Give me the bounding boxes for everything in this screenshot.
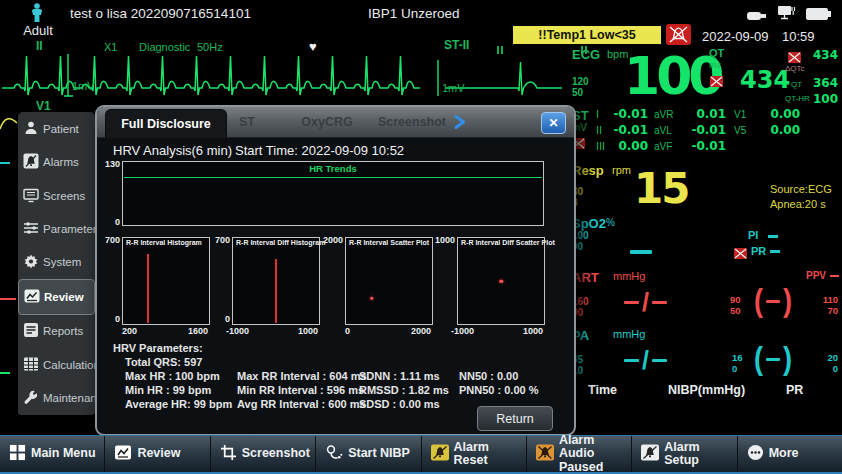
axis-label: 1000 — [282, 326, 318, 336]
alarm-reset-button[interactable]: Alarm Reset — [422, 436, 527, 472]
st-value: -0.01 — [686, 123, 726, 137]
review-icon — [114, 444, 132, 464]
sidebar-item-calculations[interactable]: Calculations — [18, 348, 95, 381]
axis-label: 700 — [207, 235, 230, 245]
patient-monitor-screen: Adult test o lisa 2022090716514101 IBP1 … — [0, 0, 842, 474]
sidebar-item-maintenance[interactable]: Maintenance — [18, 382, 95, 415]
prompt-message: IBP1 Unzeroed — [368, 6, 460, 21]
network-display-icon — [777, 5, 796, 26]
rr-interval-diff-histogram: R-R Interval Diff Histogram — [232, 237, 320, 325]
rr-interval-scatter-plot: R-R Interval Scatter Plot — [345, 237, 433, 325]
axis-label: 1000 — [425, 235, 455, 245]
sidebar-item-patient[interactable]: Patient — [18, 112, 95, 145]
tab-full-disclosure[interactable]: Full Disclosure — [105, 109, 227, 138]
hrv-param: Min RR Interval : 596 ms — [237, 384, 364, 396]
pa-mean-value: () — [754, 346, 792, 373]
sidebar-item-system[interactable]: System — [18, 246, 95, 279]
axis-label: 0 — [97, 314, 120, 324]
st-lead: V5 — [734, 125, 746, 136]
tab-st[interactable]: ST — [222, 107, 272, 137]
ecg-label: ECG — [572, 47, 600, 62]
art-dia-high: 90 — [730, 294, 741, 305]
button-label: Alarm Reset — [454, 441, 526, 467]
rr-interval-diff-scatter-plot: R-R Interval Diff Scatter Plot — [457, 237, 545, 325]
sidebar-item-parameters[interactable]: Parameters — [18, 212, 95, 245]
qt-side-value-3: 100 — [808, 92, 838, 106]
chart-title: R-R Interval Scatter Plot — [349, 239, 429, 246]
st-lead-label: ST-II — [444, 38, 469, 52]
reports-icon — [23, 322, 39, 340]
hr-trends-ymin: 0 — [99, 217, 120, 227]
sidebar-item-alarms[interactable]: Alarms — [18, 145, 95, 178]
ppv-value-dash — [830, 275, 839, 277]
spo2-unit: % — [606, 217, 615, 228]
tab-oxycrg[interactable]: OxyCRG — [287, 107, 367, 137]
spo2-value-dash — [630, 250, 652, 254]
tab-screenshot[interactable]: Screenshot — [369, 107, 455, 137]
axis-label: -1000 — [226, 326, 249, 336]
spo2-wave-stub — [0, 162, 10, 164]
hrv-param: Min HR : 99 bpm — [125, 384, 211, 396]
st-value: 0.00 — [760, 107, 800, 121]
axis-label: 2000 — [395, 326, 431, 336]
hr-trends-chart: HR Trends — [122, 161, 544, 226]
sidebar-item-screens[interactable]: Screens — [18, 179, 95, 212]
st-lead: III — [596, 140, 605, 152]
alarm-setup-button[interactable]: Alarm Setup — [632, 436, 737, 472]
dialog-start-time: Start Time: 2022-09-09 10:52 — [235, 143, 404, 158]
parameters-icon — [23, 220, 39, 238]
main-menu-button[interactable]: Main Menu — [0, 436, 105, 472]
st-value: 0.01 — [686, 107, 726, 121]
calculations-icon — [23, 356, 39, 374]
review-button[interactable]: Review — [105, 436, 210, 472]
button-label: Alarm Setup — [664, 441, 736, 467]
qt-unit: ms — [709, 60, 721, 70]
screenshot-button[interactable]: Screenshot — [211, 436, 316, 472]
hrv-parameters-heading: HRV Parameters: — [113, 342, 203, 354]
button-label: Alarm Audio Paused — [559, 434, 629, 473]
pr-alarm-off-icon — [734, 245, 747, 263]
screenshot-icon — [220, 444, 237, 464]
alarms-icon — [23, 153, 39, 171]
pa-dia-high: 16 — [732, 352, 743, 363]
pa-value: / — [624, 348, 667, 373]
resp-source: Source:ECG — [770, 183, 832, 195]
ecg-gain-label: X1 — [104, 41, 117, 53]
sidebar-item-label: Reports — [43, 325, 83, 337]
resp-unit: rpm — [612, 164, 631, 176]
heart-rate-value: 100 — [624, 50, 721, 102]
patient-type[interactable]: Adult — [14, 23, 62, 38]
st-lead: I — [596, 108, 599, 120]
sidebar-item-reports[interactable]: Reports — [18, 315, 95, 348]
sidebar: Patient Alarms Screens Parameters System… — [18, 112, 95, 415]
axis-label: 200 — [122, 326, 137, 336]
button-label: Review — [137, 447, 180, 460]
return-button[interactable]: Return — [477, 406, 553, 431]
st-lead: II — [596, 124, 602, 136]
start-nibp-button[interactable]: Start NIBP — [316, 436, 421, 472]
resp-wave-stub — [0, 110, 18, 132]
alarm-audio-paused-button[interactable]: Alarm Audio Paused — [527, 436, 632, 472]
axis-label: -1000 — [451, 326, 474, 336]
sidebar-item-review[interactable]: Review — [18, 279, 95, 314]
dialog-title: HRV Analysis(6 min) — [113, 143, 232, 158]
ecg-notch-label: 50Hz — [197, 41, 223, 53]
more-button[interactable]: More — [738, 436, 842, 472]
sidebar-item-label: Patient — [43, 123, 79, 135]
axis-label: 700 — [97, 235, 120, 245]
alarm-audio-paused-icon — [536, 444, 554, 464]
hr-trends-title: HR Trends — [123, 163, 543, 174]
sidebar-item-label: Review — [44, 291, 84, 303]
chevron-right-icon[interactable] — [453, 114, 466, 134]
pa-dia-low: 0 — [732, 363, 737, 374]
hrv-param: Avg RR Interval : 600 ms — [237, 398, 366, 410]
hrv-param: NN50 : 0.00 — [459, 370, 518, 382]
bottom-bar: Main Menu Review Screenshot Start NIBP A… — [0, 435, 842, 474]
nibp-pr-header: PR — [786, 383, 803, 397]
close-icon[interactable]: ✕ — [541, 112, 566, 134]
rr-interval-histogram: R-R Interval Histogram — [122, 237, 210, 325]
st-lead: aVL — [654, 125, 672, 136]
resp-label: Resp — [572, 163, 604, 178]
patient-info[interactable]: test o lisa 2022090716514101 — [70, 6, 251, 21]
resp-apnea: Apnea:20 s — [770, 198, 826, 210]
